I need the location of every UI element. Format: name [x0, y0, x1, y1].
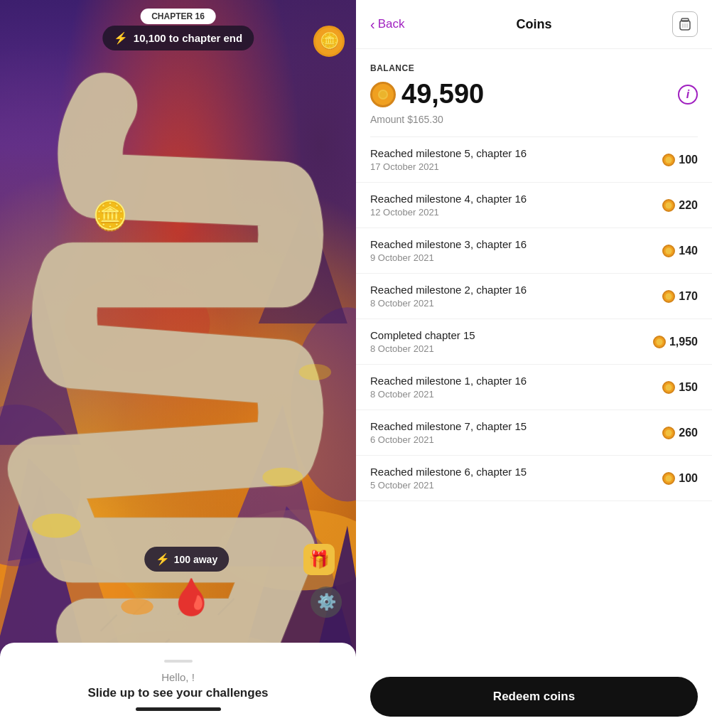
drag-handle[interactable] — [164, 660, 193, 663]
back-button[interactable]: ‹ Back — [370, 16, 404, 33]
transaction-title: Completed chapter 15 — [370, 329, 653, 341]
transaction-amount-value: 100 — [679, 154, 698, 166]
game-panel: CHAPTER 16 ⚡ 10,100 to chapter end 🪙 🪙 ⚡… — [0, 0, 356, 728]
balance-amount: 49,590 — [370, 79, 484, 109]
transaction-amount-value: 140 — [679, 245, 698, 257]
home-indicator — [136, 707, 221, 711]
page-title: Coins — [516, 17, 551, 32]
energy-text: 10,100 to chapter end — [134, 32, 242, 44]
transaction-item: Completed chapter 15 8 October 2021 1,95… — [356, 319, 712, 365]
transaction-amount: 100 — [662, 154, 698, 166]
transaction-amount-value: 260 — [679, 427, 698, 439]
svg-point-21 — [299, 364, 332, 380]
small-coin-icon — [662, 381, 675, 394]
small-coin-icon — [653, 336, 666, 348]
transaction-item: Reached milestone 4, chapter 16 12 Octob… — [356, 183, 712, 228]
small-coin-icon — [662, 472, 675, 485]
back-chevron-icon: ‹ — [370, 16, 375, 33]
lightning-small-icon: ⚡ — [156, 552, 170, 566]
svg-point-31 — [666, 247, 672, 254]
svg-point-32 — [666, 293, 672, 299]
svg-point-33 — [656, 338, 662, 345]
transaction-amount-value: 220 — [679, 199, 698, 212]
balance-amount-value: 49,590 — [401, 79, 484, 109]
transaction-date: 17 October 2021 — [370, 161, 662, 172]
settings-icon[interactable]: ⚙️ — [311, 587, 342, 618]
small-coin-icon — [662, 245, 675, 257]
challenge-text: Slide up to see your challenges — [87, 686, 268, 700]
transaction-amount-value: 170 — [679, 290, 698, 303]
info-icon-text: i — [686, 88, 689, 101]
transaction-amount: 260 — [662, 427, 698, 439]
transaction-title: Reached milestone 1, chapter 16 — [370, 375, 662, 387]
transaction-title: Reached milestone 2, chapter 16 — [370, 284, 662, 296]
game-path-svg — [0, 0, 356, 728]
transaction-amount: 100 — [662, 472, 698, 485]
transaction-item: Reached milestone 2, chapter 16 8 Octobe… — [356, 274, 712, 319]
transaction-amount: 220 — [662, 199, 698, 212]
away-text: 100 away — [174, 554, 218, 565]
transaction-info: Reached milestone 6, chapter 15 5 Octobe… — [370, 466, 662, 491]
coin-top-badge[interactable]: 🪙 — [313, 26, 345, 57]
svg-rect-23 — [681, 18, 689, 21]
svg-point-30 — [666, 202, 672, 208]
transaction-amount: 150 — [662, 381, 698, 394]
transaction-item: Reached milestone 7, chapter 15 6 Octobe… — [356, 410, 712, 456]
transaction-item: Reached milestone 5, chapter 16 17 Octob… — [356, 137, 712, 183]
transaction-item: Reached milestone 6, chapter 15 5 Octobe… — [356, 456, 712, 501]
transaction-date: 6 October 2021 — [370, 434, 662, 445]
balance-label: BALANCE — [370, 63, 698, 73]
svg-point-19 — [262, 468, 303, 487]
jar-icon[interactable] — [672, 11, 698, 37]
small-coin-icon — [662, 199, 675, 212]
transaction-date: 8 October 2021 — [370, 343, 653, 354]
lightning-icon: ⚡ — [114, 31, 128, 45]
coins-header: ‹ Back Coins — [356, 0, 712, 49]
transaction-info: Reached milestone 5, chapter 16 17 Octob… — [370, 147, 662, 172]
transaction-title: Reached milestone 3, chapter 16 — [370, 238, 662, 250]
small-coin-icon — [662, 290, 675, 303]
transaction-amount-value: 100 — [679, 472, 698, 485]
svg-point-36 — [666, 475, 672, 481]
coins-panel: ‹ Back Coins BALANCE — [356, 0, 712, 728]
info-icon[interactable]: i — [678, 85, 698, 105]
small-coin-icon — [662, 427, 675, 439]
chapter-badge: CHAPTER 16 — [140, 9, 216, 24]
transaction-date: 8 October 2021 — [370, 389, 662, 400]
amount-usd: Amount $165.30 — [370, 114, 698, 125]
transaction-info: Reached milestone 2, chapter 16 8 Octobe… — [370, 284, 662, 309]
small-coin-icon — [662, 154, 675, 166]
transaction-title: Reached milestone 4, chapter 16 — [370, 193, 662, 205]
transaction-info: Completed chapter 15 8 October 2021 — [370, 329, 653, 354]
transaction-title: Reached milestone 6, chapter 15 — [370, 466, 662, 478]
bottom-bar: Hello, ! Slide up to see your challenges — [0, 643, 356, 728]
redeem-coins-button[interactable]: Redeem coins — [370, 677, 698, 717]
away-badge: ⚡ 100 away — [144, 547, 230, 572]
svg-point-34 — [666, 384, 672, 390]
transaction-amount: 140 — [662, 245, 698, 257]
coin-icon: 🪙 — [320, 32, 339, 50]
transaction-item: Reached milestone 3, chapter 16 9 Octobe… — [356, 228, 712, 274]
transaction-amount-value: 1,950 — [669, 336, 698, 348]
svg-point-18 — [32, 513, 80, 537]
transaction-info: Reached milestone 1, chapter 16 8 Octobe… — [370, 375, 662, 400]
transaction-date: 8 October 2021 — [370, 298, 662, 309]
gift-icon[interactable]: 🎁 — [303, 544, 335, 575]
transaction-date: 5 October 2021 — [370, 480, 662, 491]
coin-stack: 🪙 — [92, 199, 128, 232]
svg-point-29 — [666, 156, 672, 163]
transaction-date: 12 October 2021 — [370, 207, 662, 218]
svg-point-28 — [379, 91, 387, 98]
balance-coin-icon — [370, 82, 396, 107]
hello-text: Hello, ! — [161, 671, 195, 683]
balance-amount-row: 49,590 i — [370, 79, 698, 109]
transaction-info: Reached milestone 7, chapter 15 6 Octobe… — [370, 420, 662, 445]
energy-bar: ⚡ 10,100 to chapter end — [102, 26, 254, 50]
transaction-title: Reached milestone 5, chapter 16 — [370, 147, 662, 159]
transaction-amount-value: 150 — [679, 381, 698, 394]
hello-greeting: Hello, — [161, 671, 188, 683]
transaction-date: 9 October 2021 — [370, 252, 662, 263]
balance-section: BALANCE 49,590 i Amount $165.30 — [356, 49, 712, 136]
transaction-item: Reached milestone 1, chapter 16 8 Octobe… — [356, 365, 712, 410]
chapter-label: CHAPTER 16 — [151, 11, 205, 21]
